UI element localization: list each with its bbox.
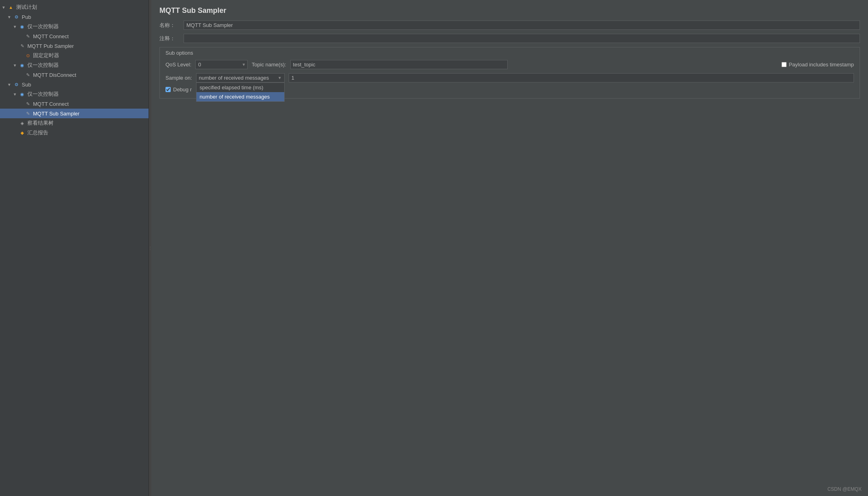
sidebar-item-mqtt-pub-sampler[interactable]: ✎MQTT Pub Sampler [0, 41, 149, 51]
topic-label: Topic name(s): [252, 62, 286, 68]
sidebar-item-timer[interactable]: ⊙固定定时器 [0, 51, 149, 60]
sidebar: ▼▲测试计划▼⚙Pub▼◉仅一次控制器✎MQTT Connect✎MQTT Pu… [0, 0, 149, 496]
qos-topic-row: QoS Level: 012 ▼ Topic name(s): Payload … [165, 60, 854, 69]
sample-dropdown-selected[interactable]: number of received messages ▼ [196, 73, 285, 82]
sidebar-item-mqtt-disconnect[interactable]: ✎MQTT DisConnect [0, 70, 149, 80]
sidebar-icon-sub-mqtt-connect: ✎ [24, 100, 31, 107]
sidebar-icon-pub: ⚙ [13, 13, 20, 21]
payload-label: Payload includes timestamp [781, 62, 854, 68]
sample-value-input[interactable] [289, 73, 854, 82]
sample-dropdown-arrow-icon: ▼ [278, 76, 282, 80]
debug-label: Debug r [173, 86, 192, 93]
name-label: 名称： [159, 22, 184, 29]
sample-option-1[interactable]: number of received messages [196, 92, 284, 101]
sample-on-row: Sample on: number of received messages ▼… [165, 73, 854, 82]
sidebar-icon-pub-controller2: ◉ [19, 62, 26, 69]
page-title: MQTT Sub Sampler [159, 6, 860, 15]
sidebar-label-mqtt-sub-sampler: MQTT Sub Sampler [33, 111, 79, 117]
payload-label-text: Payload includes timestamp [789, 62, 854, 68]
sidebar-icon-test-plan: ▲ [7, 4, 14, 11]
topic-input[interactable] [290, 60, 508, 69]
sidebar-icon-mqtt-connect: ✎ [24, 33, 31, 40]
sidebar-icon-mqtt-disconnect: ✎ [24, 71, 31, 78]
sidebar-item-test-plan[interactable]: ▼▲测试计划 [0, 2, 149, 12]
sidebar-icon-sub-controller: ◉ [19, 91, 26, 98]
sidebar-item-pub-controller[interactable]: ▼◉仅一次控制器 [0, 22, 149, 31]
sidebar-item-pub[interactable]: ▼⚙Pub [0, 12, 149, 22]
sidebar-label-timer: 固定定时器 [33, 52, 59, 59]
sidebar-label-pub-controller2: 仅一次控制器 [27, 62, 59, 69]
sidebar-icon-mqtt-sub-sampler: ✎ [24, 110, 31, 117]
sidebar-item-sub-mqtt-connect[interactable]: ✎MQTT Connect [0, 99, 149, 109]
sidebar-item-sub[interactable]: ▼⚙Sub [0, 80, 149, 89]
name-row: 名称： [159, 21, 860, 30]
sidebar-arrow-sub-controller: ▼ [13, 92, 19, 97]
comment-row: 注释： [159, 34, 860, 43]
sample-on-label: Sample on: [165, 75, 192, 81]
sidebar-item-result-tree[interactable]: ◈察看结果树 [0, 118, 149, 128]
sidebar-item-sub-controller[interactable]: ▼◉仅一次控制器 [0, 89, 149, 99]
sub-options-box: Sub options QoS Level: 012 ▼ Topic name(… [159, 47, 860, 99]
sidebar-item-mqtt-sub-sampler[interactable]: ✎MQTT Sub Sampler [0, 109, 149, 118]
sidebar-arrow-pub-controller: ▼ [13, 25, 19, 29]
sidebar-arrow-pub: ▼ [7, 15, 13, 19]
sidebar-label-summary-report: 汇总报告 [27, 129, 48, 136]
main-panel: MQTT Sub Sampler 名称： 注释： Sub options QoS… [151, 0, 868, 496]
sidebar-arrow-test-plan: ▼ [2, 5, 7, 10]
sample-selected-text: number of received messages [199, 75, 269, 81]
sidebar-label-mqtt-disconnect: MQTT DisConnect [33, 72, 76, 78]
sidebar-arrow-pub-controller2: ▼ [13, 63, 19, 68]
sidebar-label-test-plan: 测试计划 [16, 4, 37, 11]
watermark: CSDN @EMQX [827, 486, 862, 492]
sample-dropdown-menu[interactable]: specified elapsed time (ms)number of rec… [196, 82, 285, 102]
sidebar-icon-timer: ⊙ [24, 52, 31, 59]
comment-label: 注释： [159, 35, 184, 42]
sidebar-label-result-tree: 察看结果树 [27, 119, 54, 127]
sidebar-label-sub: Sub [22, 82, 31, 88]
sidebar-item-mqtt-connect[interactable]: ✎MQTT Connect [0, 31, 149, 41]
qos-select-wrapper: 012 ▼ [195, 60, 248, 69]
sidebar-label-pub-controller: 仅一次控制器 [27, 23, 59, 30]
sidebar-label-pub: Pub [22, 14, 31, 20]
qos-select[interactable]: 012 [195, 60, 248, 69]
sidebar-arrow-sub: ▼ [7, 82, 13, 87]
sidebar-icon-summary-report: ◆ [19, 129, 26, 136]
sidebar-label-mqtt-pub-sampler: MQTT Pub Sampler [27, 43, 74, 49]
sidebar-icon-pub-controller: ◉ [19, 23, 26, 30]
comment-input[interactable] [184, 34, 860, 43]
sub-options-title: Sub options [165, 50, 854, 56]
sidebar-label-sub-mqtt-connect: MQTT Connect [33, 101, 69, 107]
sidebar-item-summary-report[interactable]: ◆汇总报告 [0, 128, 149, 138]
sample-option-0[interactable]: specified elapsed time (ms) [196, 83, 284, 92]
sidebar-icon-result-tree: ◈ [19, 119, 26, 127]
sample-dropdown[interactable]: number of received messages ▼ specified … [196, 73, 285, 82]
payload-checkbox[interactable] [781, 62, 787, 67]
debug-checkbox[interactable] [165, 87, 171, 92]
sidebar-item-pub-controller2[interactable]: ▼◉仅一次控制器 [0, 60, 149, 70]
sidebar-icon-sub: ⚙ [13, 81, 20, 88]
sidebar-label-mqtt-connect: MQTT Connect [33, 33, 69, 39]
sidebar-label-sub-controller: 仅一次控制器 [27, 91, 59, 98]
name-input[interactable] [184, 21, 860, 30]
qos-label: QoS Level: [165, 62, 191, 68]
sidebar-icon-mqtt-pub-sampler: ✎ [19, 42, 26, 49]
